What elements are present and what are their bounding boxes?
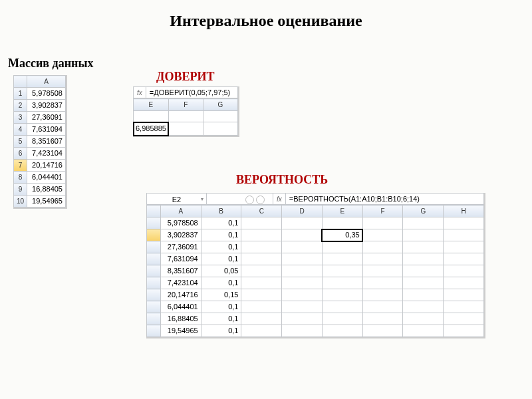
- cell[interactable]: 5,978508: [160, 217, 201, 229]
- cell[interactable]: [322, 241, 362, 253]
- cell[interactable]: [282, 289, 323, 301]
- column-header-d[interactable]: D: [282, 205, 323, 217]
- cell[interactable]: [444, 289, 484, 301]
- column-header-g[interactable]: G: [203, 99, 237, 111]
- cell[interactable]: [362, 265, 403, 277]
- cell[interactable]: 3,902837: [160, 229, 201, 241]
- cell[interactable]: [322, 301, 362, 313]
- cell[interactable]: 16,88405: [27, 184, 66, 196]
- cell[interactable]: [403, 301, 444, 313]
- column-header-g[interactable]: G: [403, 205, 444, 217]
- cell[interactable]: [282, 301, 323, 313]
- cell[interactable]: [403, 241, 444, 253]
- cell[interactable]: [282, 241, 323, 253]
- select-all-corner[interactable]: [14, 76, 27, 88]
- row-header[interactable]: 4: [14, 124, 27, 136]
- row-header[interactable]: 5: [14, 136, 27, 148]
- cell[interactable]: [241, 241, 282, 253]
- cell[interactable]: 0,1: [201, 301, 241, 313]
- row-header[interactable]: [147, 313, 161, 325]
- cell[interactable]: [241, 217, 282, 229]
- cell[interactable]: 20,14716: [160, 289, 201, 301]
- cell[interactable]: [241, 325, 282, 337]
- cell[interactable]: 19,54965: [160, 325, 201, 337]
- cell[interactable]: [403, 217, 444, 229]
- cell[interactable]: [322, 313, 362, 325]
- cell[interactable]: 0,1: [201, 253, 241, 265]
- column-header-a[interactable]: A: [27, 76, 66, 88]
- fx-icon[interactable]: fx: [273, 194, 286, 204]
- cell[interactable]: 0,05: [201, 265, 241, 277]
- column-header-f[interactable]: F: [362, 205, 403, 217]
- cell[interactable]: [403, 313, 444, 325]
- cell[interactable]: [241, 265, 282, 277]
- cell[interactable]: 27,36091: [27, 112, 66, 124]
- cell[interactable]: [362, 217, 403, 229]
- column-header-e[interactable]: E: [134, 99, 169, 111]
- row-header[interactable]: [147, 301, 161, 313]
- cell[interactable]: 19,54965: [27, 196, 66, 207]
- cell[interactable]: [444, 241, 484, 253]
- cell[interactable]: [241, 253, 282, 265]
- row-header[interactable]: [147, 241, 161, 253]
- cell[interactable]: [241, 301, 282, 313]
- row-header[interactable]: [147, 325, 161, 337]
- cell[interactable]: [282, 325, 323, 337]
- cell[interactable]: [241, 313, 282, 325]
- cell[interactable]: [403, 265, 444, 277]
- column-header-h[interactable]: H: [444, 205, 484, 217]
- cell[interactable]: [444, 325, 484, 337]
- column-header-b[interactable]: B: [201, 205, 241, 217]
- row-header[interactable]: 10: [14, 196, 27, 207]
- cell[interactable]: [322, 265, 362, 277]
- cell[interactable]: [282, 265, 323, 277]
- cell[interactable]: 7,631094: [27, 124, 66, 136]
- cell[interactable]: [444, 253, 484, 265]
- row-header[interactable]: [147, 217, 161, 229]
- cell[interactable]: 5,978508: [27, 88, 66, 100]
- select-all-corner[interactable]: [147, 205, 161, 217]
- cell[interactable]: [362, 229, 403, 241]
- cell[interactable]: 8,351607: [27, 136, 66, 148]
- cell[interactable]: 3,902837: [27, 100, 66, 112]
- formula-bar[interactable]: =ДОВЕРИТ(0,05;7,97;5): [146, 88, 230, 96]
- cell[interactable]: 7,631094: [160, 253, 201, 265]
- veroyatnost-result-cell[interactable]: 0,35: [322, 229, 362, 241]
- cell[interactable]: 6,044401: [27, 172, 66, 184]
- column-header-a[interactable]: A: [160, 205, 201, 217]
- cell[interactable]: [362, 325, 403, 337]
- cell[interactable]: [322, 277, 362, 289]
- cell[interactable]: [403, 325, 444, 337]
- cell[interactable]: [403, 289, 444, 301]
- cell[interactable]: 6,044401: [160, 301, 201, 313]
- cell[interactable]: [444, 229, 484, 241]
- cell[interactable]: 0,1: [201, 313, 241, 325]
- column-header-e[interactable]: E: [322, 205, 362, 217]
- cell[interactable]: [362, 253, 403, 265]
- cell[interactable]: 20,14716: [27, 160, 66, 172]
- doverit-result-cell[interactable]: 6,985885: [134, 122, 169, 136]
- cell[interactable]: [241, 277, 282, 289]
- cell[interactable]: [322, 217, 362, 229]
- cell[interactable]: [282, 253, 323, 265]
- cell[interactable]: [444, 277, 484, 289]
- cell[interactable]: 0,1: [201, 217, 241, 229]
- cell[interactable]: [282, 277, 323, 289]
- formula-buttons[interactable]: [207, 194, 273, 204]
- cell[interactable]: 7,423104: [27, 148, 66, 160]
- cell[interactable]: [444, 313, 484, 325]
- cell[interactable]: [403, 253, 444, 265]
- row-header[interactable]: [147, 229, 161, 241]
- cell[interactable]: 7,423104: [160, 277, 201, 289]
- row-header[interactable]: 9: [14, 184, 27, 196]
- cell[interactable]: [362, 241, 403, 253]
- cell[interactable]: [444, 301, 484, 313]
- cell[interactable]: 16,88405: [160, 313, 201, 325]
- cell[interactable]: [241, 229, 282, 241]
- row-header[interactable]: 7: [14, 160, 27, 172]
- row-header[interactable]: 6: [14, 148, 27, 160]
- cell[interactable]: [362, 277, 403, 289]
- cell[interactable]: [403, 229, 444, 241]
- row-header[interactable]: [147, 265, 161, 277]
- cell[interactable]: [282, 217, 323, 229]
